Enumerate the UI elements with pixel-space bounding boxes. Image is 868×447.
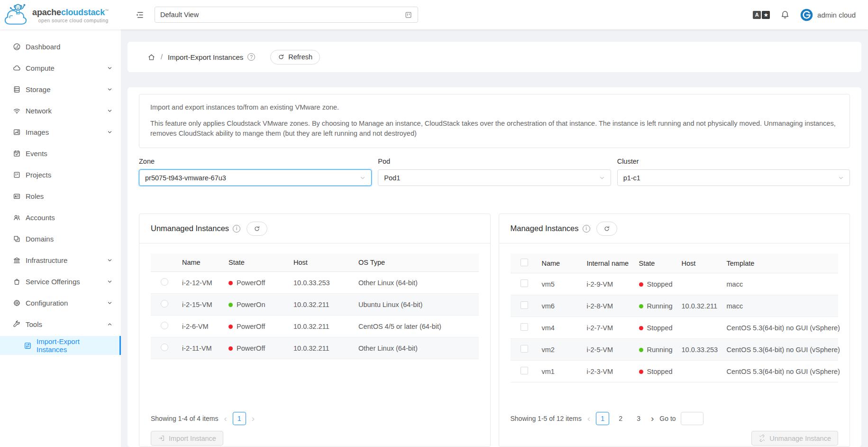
chevron-down-icon xyxy=(838,175,844,181)
user-menu[interactable]: admin cloud xyxy=(800,9,856,21)
unmanaged-refresh-button[interactable] xyxy=(247,222,267,236)
row-checkbox[interactable] xyxy=(521,345,528,353)
logo-brand-apache: apache xyxy=(32,8,61,17)
internal-name-cell: i-2-7-VM xyxy=(583,317,635,339)
sidebar-item-images[interactable]: Images xyxy=(0,122,121,141)
sidebar-item-label: Network xyxy=(26,107,107,115)
cluster-label: Cluster xyxy=(617,158,850,165)
unmanage-instance-button[interactable]: Unmanage Instance xyxy=(751,431,838,446)
sidebar-item-tools[interactable]: Tools xyxy=(0,315,121,334)
table-row[interactable]: vm5i-2-9-VMStoppedmacc xyxy=(511,273,839,295)
pagination-page-1[interactable]: 1 xyxy=(233,412,246,425)
view-selector[interactable]: Default View xyxy=(155,7,418,23)
refresh-button[interactable]: Refresh xyxy=(270,50,320,65)
translate-icon[interactable]: A★ xyxy=(753,11,770,19)
pagination-page-3[interactable]: 3 xyxy=(632,412,645,425)
sidebar-item-label: Compute xyxy=(26,64,107,72)
monkey-cloud-logo-icon xyxy=(4,3,31,27)
sidebar-item-dashboard[interactable]: Dashboard xyxy=(0,37,121,56)
cloudstack-logo[interactable]: apachecloudstack™ open source cloud comp… xyxy=(0,3,121,27)
sidebar-item-configuration[interactable]: Configuration xyxy=(0,293,121,312)
sidebar-item-label: Domains xyxy=(26,235,112,243)
table-row[interactable]: vm4i-2-7-VMStoppedCentOS 5.3(64-bit) no … xyxy=(511,317,839,339)
sidebar-item-label: Roles xyxy=(26,192,112,200)
sidebar-item-import-export-instances[interactable]: Import-Export Instances xyxy=(0,336,121,355)
sidebar-item-service-offerings[interactable]: Service Offerings xyxy=(0,272,121,291)
table-row[interactable]: vm2i-2-5-VMRunning10.0.33.253CentOS 5.3(… xyxy=(511,339,839,361)
table-row[interactable]: i-2-12-VMPowerOff10.0.33.253Other Linux … xyxy=(151,272,479,294)
chevron-down-icon xyxy=(107,65,112,71)
sidebar-item-roles[interactable]: Roles xyxy=(0,186,121,205)
info-icon[interactable]: i xyxy=(233,225,240,233)
sidebar-item-compute[interactable]: Compute xyxy=(0,58,121,77)
chevron-down-icon xyxy=(107,108,112,113)
row-checkbox[interactable] xyxy=(521,323,528,331)
dashboard-icon xyxy=(13,43,21,51)
name-cell: vm1 xyxy=(538,361,583,382)
table-row[interactable]: i-2-11-VMPowerOff10.0.32.211Other Linux … xyxy=(151,337,479,359)
name-cell: i-2-12-VM xyxy=(178,272,225,294)
sidebar-item-domains[interactable]: Domains xyxy=(0,229,121,248)
row-radio[interactable] xyxy=(161,300,168,307)
state-cell: Stopped xyxy=(635,361,678,382)
help-icon[interactable]: ? xyxy=(247,53,255,61)
managed-refresh-button[interactable] xyxy=(596,222,617,236)
sidebar-item-infrastructure[interactable]: Infrastructure xyxy=(0,251,121,270)
database-icon xyxy=(13,85,21,93)
chevron-down-icon xyxy=(107,279,112,284)
goto-page-input[interactable] xyxy=(681,412,704,425)
sidebar-item-accounts[interactable]: Accounts xyxy=(0,208,121,227)
status-dot xyxy=(228,303,233,307)
sidebar-item-storage[interactable]: Storage xyxy=(0,80,121,99)
os-type-cell: Other Linux (64-bit) xyxy=(355,337,479,359)
row-radio[interactable] xyxy=(161,344,168,351)
status-dot xyxy=(228,281,233,285)
wifi-icon xyxy=(13,107,21,115)
pagination-page-2[interactable]: 2 xyxy=(614,412,627,425)
table-row[interactable]: i-2-6-VMPowerOff10.0.32.211CentOS 4/5 or… xyxy=(151,316,479,337)
block-icon xyxy=(13,235,21,243)
cluster-select[interactable]: p1-c1 xyxy=(617,169,850,186)
unmanaged-panel-body: NameStateHostOS Typei-2-12-VMPowerOff10.… xyxy=(139,243,490,447)
table-row[interactable]: i-2-15-VMPowerOn10.0.32.211Ubuntu Linux … xyxy=(151,294,479,316)
view-selector-value: Default View xyxy=(160,11,199,19)
table-row[interactable]: vm6i-2-8-VMRunning10.0.32.211macc xyxy=(511,295,839,317)
sidebar-item-events[interactable]: Events xyxy=(0,144,121,163)
managed-pagination: Showing 1-5 of 12 items‹123›Go to xyxy=(511,412,839,425)
name-cell: i-2-6-VM xyxy=(178,316,225,337)
table-header-row: NameStateHostOS Type xyxy=(151,253,479,272)
row-checkbox[interactable] xyxy=(521,367,528,374)
row-checkbox[interactable] xyxy=(521,279,528,287)
sidebar-item-projects[interactable]: Projects xyxy=(0,165,121,184)
import-instance-button[interactable]: Import Instance xyxy=(151,431,223,446)
project-view-icon xyxy=(404,11,412,19)
notification-bell-icon[interactable] xyxy=(780,10,790,19)
reload-icon xyxy=(254,225,260,232)
logo-tagline: open source cloud computing xyxy=(38,18,109,23)
pagination-page-1[interactable]: 1 xyxy=(596,412,609,425)
zone-select[interactable]: pr5075-t943-vmware-67u3 xyxy=(139,169,372,186)
chevron-down-icon xyxy=(107,300,112,306)
row-radio[interactable] xyxy=(161,278,168,286)
internal-name-cell: i-2-8-VM xyxy=(583,295,635,317)
home-icon[interactable] xyxy=(147,53,155,61)
status-dot xyxy=(639,326,643,330)
sidebar-item-label: Tools xyxy=(26,320,107,328)
column-header: Name xyxy=(538,253,583,273)
template-cell: CentOS 5.3(64-bit) no GUI (vSphere) xyxy=(723,361,839,382)
pagination-next[interactable]: › xyxy=(650,412,655,425)
pod-select[interactable]: Pod1 xyxy=(378,169,611,186)
sidebar-item-network[interactable]: Network xyxy=(0,101,121,120)
row-checkbox[interactable] xyxy=(521,301,528,309)
breadcrumb-bar: / Import-Export Instances ? Refresh xyxy=(128,42,861,72)
name-cell: vm2 xyxy=(538,339,583,361)
info-icon[interactable]: i xyxy=(583,225,590,233)
select-all-checkbox[interactable] xyxy=(521,259,528,266)
menu-fold-icon[interactable] xyxy=(135,10,144,19)
goto-label: Go to xyxy=(659,415,676,422)
table-row[interactable]: vm1i-2-3-VMStoppedCentOS 5.3(64-bit) no … xyxy=(511,361,839,382)
name-cell: vm6 xyxy=(538,295,583,317)
sidebar-item-label: Service Offerings xyxy=(26,278,107,286)
row-radio[interactable] xyxy=(161,322,168,329)
status-dot xyxy=(228,346,233,351)
